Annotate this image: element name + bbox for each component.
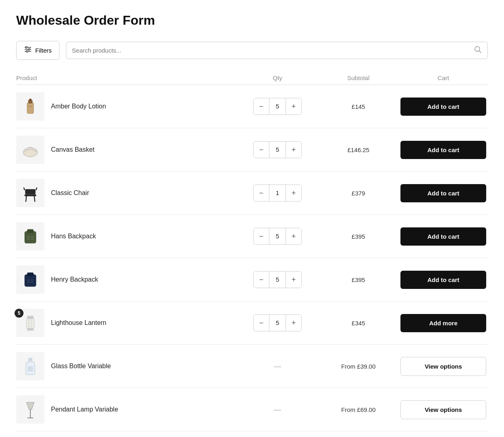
product-subtotal: £395 [318, 233, 399, 240]
qty-increase-button[interactable]: + [286, 314, 301, 331]
table-row: Canvas Basket − 5 + £146.25 Add to cart [16, 128, 488, 172]
svg-rect-25 [27, 272, 34, 276]
qty-dash: — [274, 405, 281, 414]
svg-rect-8 [27, 102, 34, 113]
cart-action: Add to cart [399, 271, 488, 289]
table-row: Classic Chair − 1 + £379 Add to cart [16, 172, 488, 215]
product-subtotal: £379 [318, 190, 399, 197]
product-info: Glass Bottle Variable [16, 352, 237, 380]
qty-value: 5 [269, 271, 286, 288]
search-icon [474, 45, 482, 55]
add-to-cart-button[interactable]: Add to cart [400, 227, 486, 246]
cart-badge: 5 [15, 309, 23, 318]
svg-point-5 [26, 51, 28, 52]
qty-stepper: − 5 + [253, 141, 302, 158]
product-subtotal: From £39.00 [318, 363, 399, 370]
product-info: Henry Backpack [16, 265, 237, 294]
product-info: Pendant Lamp Variable [16, 395, 237, 424]
product-subtotal: £345 [318, 320, 399, 327]
product-name: Hans Backpack [51, 233, 96, 240]
qty-stepper: − 1 + [253, 185, 302, 202]
cart-action: Add to cart [399, 141, 488, 159]
qty-control: − 5 + [237, 228, 318, 245]
table-row: Pendant Lamp Variable — From £69.00 View… [16, 388, 488, 431]
qty-control: − 1 + [237, 185, 318, 202]
view-options-button[interactable]: View options [400, 357, 486, 376]
qty-value: 5 [269, 314, 286, 331]
qty-value: 5 [269, 141, 286, 158]
qty-stepper: − 5 + [253, 314, 302, 331]
product-info: Amber Body Lotion [16, 92, 237, 121]
col-qty: Qty [237, 74, 318, 81]
svg-point-12 [23, 148, 37, 157]
table-row: Amber Body Lotion − 5 + £145 Add to cart [16, 85, 488, 128]
qty-control: − 5 + [237, 98, 318, 115]
qty-control: — [237, 362, 318, 371]
svg-line-17 [24, 188, 25, 190]
filters-button[interactable]: Filters [16, 41, 59, 60]
svg-point-1 [25, 47, 27, 48]
product-info: Hans Backpack [16, 222, 237, 250]
product-image [16, 352, 44, 380]
qty-value: 5 [269, 98, 286, 115]
svg-rect-36 [27, 328, 34, 331]
svg-line-7 [479, 51, 481, 53]
product-image [16, 222, 44, 250]
table-row: Glass Bottle Variable — From £39.00 View… [16, 345, 488, 388]
col-cart: Cart [399, 74, 488, 81]
cart-action: Add more [399, 314, 488, 332]
qty-increase-button[interactable]: + [286, 185, 301, 202]
cart-action: Add to cart [399, 227, 488, 246]
add-to-cart-button[interactable]: Add to cart [400, 184, 486, 202]
product-name: Lighthouse Lantern [51, 319, 106, 327]
qty-control: — [237, 405, 318, 414]
product-subtotal: £146.25 [318, 146, 399, 153]
product-subtotal: £395 [318, 276, 399, 283]
view-options-button[interactable]: View options [400, 400, 486, 419]
add-to-cart-button[interactable]: Add to cart [400, 98, 486, 116]
qty-decrease-button[interactable]: − [254, 314, 269, 331]
add-more-button[interactable]: Add more [400, 314, 486, 332]
svg-rect-20 [27, 229, 34, 233]
add-to-cart-button[interactable]: Add to cart [400, 271, 486, 289]
toolbar: Filters [16, 41, 488, 60]
product-name: Amber Body Lotion [51, 103, 106, 110]
svg-point-3 [28, 49, 30, 50]
qty-control: − 5 + [237, 271, 318, 288]
table-row: 5 Lighthouse Lantern − 5 + £345 Add more [16, 301, 488, 345]
qty-decrease-button[interactable]: − [254, 98, 269, 115]
product-image [16, 179, 44, 207]
product-subtotal: £145 [318, 103, 399, 110]
qty-increase-button[interactable]: + [286, 228, 301, 245]
product-image [16, 92, 44, 121]
qty-decrease-button[interactable]: − [254, 141, 269, 158]
product-name: Glass Bottle Variable [51, 363, 111, 370]
product-name: Classic Chair [51, 189, 89, 197]
page-title: Wholesale Order Form [16, 13, 488, 28]
qty-value: 1 [269, 185, 286, 202]
product-info: Canvas Basket [16, 136, 237, 164]
qty-decrease-button[interactable]: − [254, 271, 269, 288]
qty-decrease-button[interactable]: − [254, 185, 269, 202]
cart-action: View options [399, 400, 488, 419]
search-input[interactable] [72, 42, 474, 59]
product-image [16, 136, 44, 164]
add-to-cart-button[interactable]: Add to cart [400, 141, 486, 159]
product-name: Canvas Basket [51, 146, 95, 153]
table-row: Henry Backpack − 5 + £395 Add to cart [16, 258, 488, 301]
product-image [16, 265, 44, 294]
qty-increase-button[interactable]: + [286, 271, 301, 288]
qty-increase-button[interactable]: + [286, 98, 301, 115]
col-product: Product [16, 74, 237, 81]
product-info: Lighthouse Lantern [16, 309, 237, 337]
svg-line-16 [34, 196, 35, 202]
filters-label: Filters [35, 47, 52, 54]
qty-decrease-button[interactable]: − [254, 228, 269, 245]
product-info: Classic Chair [16, 179, 237, 207]
product-image [16, 395, 44, 424]
product-name: Henry Backpack [51, 276, 98, 283]
qty-increase-button[interactable]: + [286, 141, 301, 158]
qty-value: 5 [269, 228, 286, 245]
col-subtotal: Subtotal [318, 74, 399, 81]
svg-line-15 [26, 196, 27, 202]
